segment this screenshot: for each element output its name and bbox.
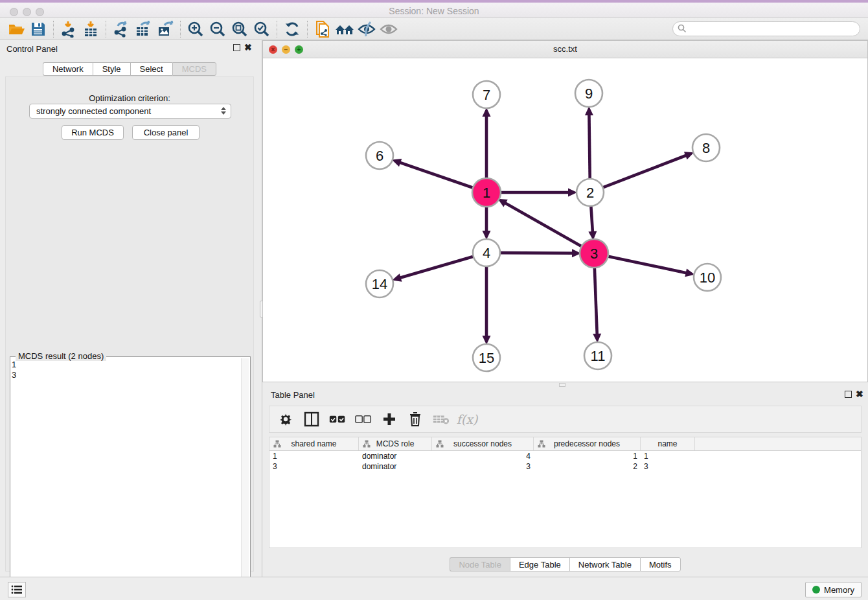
column-header-label: MCDS role bbox=[376, 439, 415, 448]
graph-node-label-8: 8 bbox=[702, 140, 710, 156]
table-cell[interactable]: 3 bbox=[641, 461, 695, 472]
column-header-predecessor-nodes[interactable]: predecessor nodes bbox=[534, 437, 641, 450]
result-scrollbar[interactable] bbox=[241, 358, 249, 598]
mcds-result-item[interactable]: 3 bbox=[12, 370, 238, 380]
table-cell[interactable]: dominator bbox=[359, 451, 432, 461]
refresh-icon[interactable] bbox=[281, 19, 303, 39]
network-from-file-icon[interactable] bbox=[312, 19, 334, 39]
node-table-header: shared nameMCDS rolesuccessor nodesprede… bbox=[269, 437, 861, 451]
network-window-titlebar: × − + scc.txt bbox=[263, 41, 867, 58]
memory-label: Memory bbox=[824, 585, 854, 595]
run-mcds-button[interactable]: Run MCDS bbox=[62, 125, 124, 140]
tab-edge-table[interactable]: Edge Table bbox=[510, 557, 569, 571]
edge-2-3[interactable] bbox=[591, 205, 593, 233]
edge-4-3[interactable] bbox=[499, 253, 573, 253]
table-cell[interactable]: 3 bbox=[269, 461, 359, 472]
tab-network-table[interactable]: Network Table bbox=[569, 557, 640, 571]
show-column-panel-icon[interactable] bbox=[303, 411, 320, 428]
tab-motifs[interactable]: Motifs bbox=[640, 557, 681, 571]
export-image-icon[interactable] bbox=[154, 19, 176, 39]
table-float-icon[interactable] bbox=[845, 391, 852, 398]
control-panel: Control Panel ✖ NetworkStyleSelectMCDS O… bbox=[0, 40, 259, 577]
search-field-wrap bbox=[672, 21, 860, 36]
optimization-criterion-select[interactable]: strongly connected component bbox=[29, 104, 231, 119]
column-header-successor-nodes[interactable]: successor nodes bbox=[432, 437, 534, 450]
optimization-criterion-value: strongly connected component bbox=[36, 106, 151, 116]
column-header-name[interactable]: name bbox=[641, 437, 695, 450]
float-panel-icon[interactable] bbox=[233, 44, 240, 51]
column-header-label: shared name bbox=[291, 439, 336, 448]
show-all-icon[interactable] bbox=[378, 19, 400, 39]
table-close-icon[interactable]: ✖ bbox=[856, 389, 863, 399]
table-settings-gear-icon[interactable] bbox=[277, 411, 294, 428]
zoom-fit-icon[interactable] bbox=[229, 19, 251, 39]
table-cell[interactable]: 2 bbox=[534, 461, 641, 472]
unselect-all-columns-icon[interactable] bbox=[355, 411, 372, 428]
graph-node-label-6: 6 bbox=[376, 148, 383, 164]
table-cell[interactable]: 3 bbox=[432, 461, 534, 472]
control-panel-tabs: NetworkStyleSelectMCDS bbox=[0, 62, 259, 76]
task-history-button[interactable] bbox=[8, 582, 26, 597]
delete-column-icon[interactable] bbox=[407, 411, 424, 428]
edge-3-10[interactable] bbox=[606, 256, 687, 273]
network-graph-canvas[interactable]: 7968124314101511 bbox=[263, 58, 867, 382]
mcds-result-list[interactable]: 13 bbox=[12, 360, 238, 380]
close-panel-button[interactable]: Close panel bbox=[132, 125, 200, 140]
table-cell[interactable]: dominator bbox=[359, 461, 432, 472]
tab-select[interactable]: Select bbox=[130, 62, 172, 76]
tab-network[interactable]: Network bbox=[43, 62, 93, 76]
zoom-in-icon[interactable] bbox=[185, 19, 207, 39]
status-bar: Memory bbox=[0, 577, 868, 600]
select-all-columns-icon[interactable] bbox=[329, 411, 346, 428]
table-row[interactable]: 3dominator323 bbox=[269, 461, 861, 472]
import-table-icon[interactable] bbox=[80, 19, 102, 39]
horizontal-splitter-grip[interactable] bbox=[559, 383, 565, 387]
create-column-icon[interactable] bbox=[381, 411, 398, 428]
tab-style[interactable]: Style bbox=[93, 62, 130, 76]
table-cell[interactable]: 1 bbox=[269, 451, 359, 461]
network-window-title: scc.txt bbox=[263, 44, 867, 54]
table-toolbar: f(x) bbox=[269, 406, 862, 433]
edge-3-11[interactable] bbox=[595, 266, 597, 335]
mcds-result-box: MCDS result (2 nodes) 13 bbox=[10, 356, 251, 600]
column-header-label: predecessor nodes bbox=[554, 439, 620, 448]
edge-2-8[interactable] bbox=[602, 156, 687, 189]
table-row[interactable]: 1dominator411 bbox=[269, 451, 861, 461]
select-stepper-icon bbox=[221, 107, 226, 115]
tab-mcds[interactable]: MCDS bbox=[172, 62, 216, 76]
save-session-icon[interactable] bbox=[27, 19, 49, 39]
table-panel-tabs: Node TableEdge TableNetwork TableMotifs bbox=[262, 557, 868, 571]
import-network-icon[interactable] bbox=[58, 19, 80, 39]
export-network-icon[interactable] bbox=[110, 19, 132, 39]
search-icon bbox=[678, 24, 687, 36]
delete-table-icon[interactable] bbox=[433, 411, 450, 428]
edge-4-14[interactable] bbox=[400, 256, 475, 278]
optimization-criterion-label: Optimization criterion: bbox=[6, 93, 253, 103]
edge-2-9[interactable] bbox=[589, 114, 589, 180]
graph-node-label-7: 7 bbox=[483, 87, 490, 103]
export-table-icon[interactable] bbox=[132, 19, 154, 39]
table-cell[interactable]: 4 bbox=[432, 451, 534, 461]
search-input[interactable] bbox=[672, 21, 860, 36]
control-panel-title: Control Panel bbox=[6, 44, 58, 54]
horizontal-splitter[interactable] bbox=[262, 382, 868, 387]
close-panel-icon[interactable]: ✖ bbox=[244, 42, 252, 52]
edge-1-6[interactable] bbox=[399, 162, 475, 188]
zoom-selected-icon[interactable] bbox=[251, 19, 273, 39]
column-header-MCDS-role[interactable]: MCDS role bbox=[359, 437, 432, 450]
hide-selected-icon[interactable] bbox=[356, 19, 378, 39]
column-header-shared-name[interactable]: shared name bbox=[269, 437, 359, 450]
node-table[interactable]: shared nameMCDS rolesuccessor nodesprede… bbox=[269, 437, 862, 548]
function-builder-icon: f(x) bbox=[459, 411, 475, 428]
graph-node-label-15: 15 bbox=[479, 350, 494, 366]
tab-node-table[interactable]: Node Table bbox=[450, 557, 510, 571]
zoom-out-icon[interactable] bbox=[207, 19, 229, 39]
edge-3-1[interactable] bbox=[505, 203, 584, 248]
table-cell[interactable]: 1 bbox=[534, 451, 641, 461]
open-session-icon[interactable] bbox=[5, 19, 27, 39]
first-neighbors-icon[interactable] bbox=[334, 19, 356, 39]
memory-button[interactable]: Memory bbox=[805, 582, 862, 597]
mcds-result-item[interactable]: 1 bbox=[12, 360, 238, 370]
table-cell[interactable]: 1 bbox=[641, 451, 695, 461]
graph-node-label-3: 3 bbox=[590, 246, 598, 262]
